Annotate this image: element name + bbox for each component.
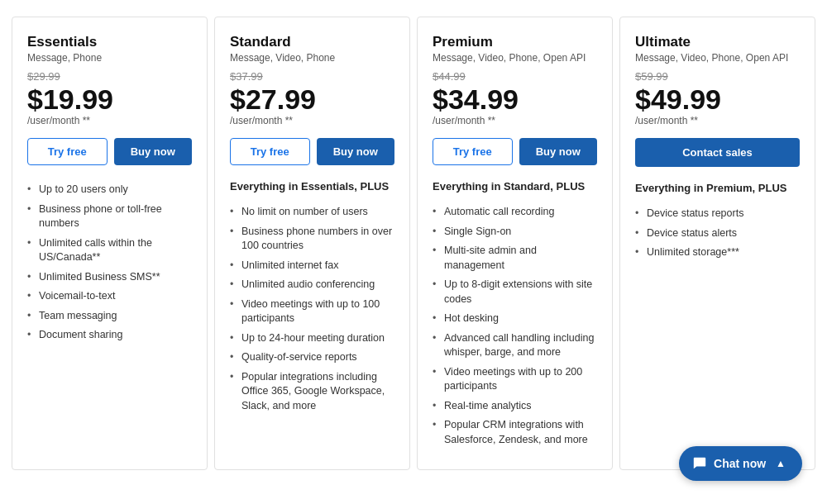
- feature-item: Popular CRM integrations with Salesforce…: [433, 416, 597, 449]
- feature-item: Unlimited internet fax: [230, 256, 394, 276]
- price-unit-premium: /user/month **: [433, 115, 597, 126]
- feature-item: Up to 8-digit extensions with site codes: [433, 275, 597, 309]
- plan-card-premium: Premium Message, Video, Phone, Open API …: [417, 17, 613, 470]
- price-original-premium: $44.99: [433, 70, 597, 83]
- feature-list-ultimate: Device status reportsDevice status alert…: [635, 204, 800, 263]
- contact-sales-button[interactable]: Contact sales: [635, 138, 800, 167]
- feature-item: Voicemail-to-text: [27, 287, 192, 307]
- feature-item: Unlimited storage***: [635, 243, 800, 263]
- price-unit-essentials: /user/month **: [27, 115, 192, 126]
- buy-now-button-premium[interactable]: Buy now: [519, 138, 598, 165]
- price-current-standard: $27.99: [230, 84, 394, 115]
- feature-item: Hot desking: [433, 309, 597, 329]
- price-unit-ultimate: /user/month **: [635, 115, 800, 126]
- feature-item: Device status reports: [635, 204, 800, 224]
- try-free-button-premium[interactable]: Try free: [433, 138, 513, 165]
- btn-row-essentials: Try free Buy now: [27, 138, 192, 165]
- price-unit-standard: /user/month **: [230, 115, 394, 126]
- plan-tagline-standard: Message, Video, Phone: [230, 52, 394, 64]
- feature-item: Automatic call recording: [433, 202, 597, 222]
- try-free-button-essentials[interactable]: Try free: [27, 138, 108, 165]
- price-original-essentials: $29.99: [27, 70, 192, 83]
- feature-list-essentials: Up to 20 users onlyBusiness phone or tol…: [27, 180, 192, 345]
- feature-item: Up to 24-hour meeting duration: [230, 329, 394, 349]
- btn-row-premium: Try free Buy now: [433, 138, 597, 165]
- plan-name-essentials: Essentials: [27, 34, 192, 50]
- pricing-page: Essentials Message, Phone $29.99 $19.99 …: [0, 0, 827, 504]
- feature-item: Unlimited Business SMS**: [27, 268, 192, 288]
- chat-button-label: Chat now: [714, 457, 766, 470]
- plan-name-ultimate: Ultimate: [635, 34, 800, 50]
- chat-now-button[interactable]: Chat now ▲: [679, 446, 802, 481]
- buy-now-button-essentials[interactable]: Buy now: [114, 138, 193, 165]
- feature-item: Real-time analytics: [433, 397, 597, 416]
- feature-item: Unlimited calls within the US/Canada**: [27, 234, 192, 268]
- feature-item: Multi-site admin and management: [433, 241, 597, 275]
- plan-card-ultimate: Ultimate Message, Video, Phone, Open API…: [619, 17, 815, 470]
- plan-tagline-premium: Message, Video, Phone, Open API: [433, 52, 597, 64]
- feature-item: No limit on number of users: [230, 202, 394, 222]
- feature-item: Up to 20 users only: [27, 180, 192, 200]
- plan-card-essentials: Essentials Message, Phone $29.99 $19.99 …: [12, 17, 208, 470]
- feature-item: Unlimited audio conferencing: [230, 275, 394, 295]
- feature-item: Video meetings with up to 100 participan…: [230, 295, 394, 329]
- chat-icon: [692, 456, 707, 471]
- plan-name-standard: Standard: [230, 34, 394, 50]
- price-current-premium: $34.99: [433, 84, 597, 115]
- plan-name-premium: Premium: [433, 34, 597, 50]
- price-current-essentials: $19.99: [27, 84, 192, 115]
- feature-item: Team messaging: [27, 307, 192, 326]
- feature-item: Popular integrations including Office 36…: [230, 368, 394, 416]
- feature-item: Device status alerts: [635, 224, 800, 244]
- plan-divider-ultimate: Everything in Premium, PLUS: [635, 182, 800, 194]
- feature-item: Video meetings with up to 200 participan…: [433, 363, 597, 397]
- feature-item: Single Sign-on: [433, 222, 597, 242]
- price-original-standard: $37.99: [230, 70, 394, 83]
- feature-item: Business phone numbers in over 100 count…: [230, 222, 394, 256]
- price-current-ultimate: $49.99: [635, 84, 800, 115]
- chevron-up-icon: ▲: [776, 458, 786, 469]
- plan-divider-premium: Everything in Standard, PLUS: [433, 180, 597, 193]
- feature-list-premium: Automatic call recordingSingle Sign-onMu…: [433, 202, 597, 449]
- feature-item: Advanced call handling including whisper…: [433, 329, 597, 363]
- feature-item: Quality-of-service reports: [230, 348, 394, 368]
- pricing-grid: Essentials Message, Phone $29.99 $19.99 …: [8, 17, 819, 470]
- feature-list-standard: No limit on number of usersBusiness phon…: [230, 202, 394, 416]
- plan-tagline-essentials: Message, Phone: [27, 52, 192, 64]
- plan-card-standard: Standard Message, Video, Phone $37.99 $2…: [214, 17, 410, 470]
- feature-item: Business phone or toll-free numbers: [27, 200, 192, 234]
- plan-divider-standard: Everything in Essentials, PLUS: [230, 180, 394, 193]
- btn-row-standard: Try free Buy now: [230, 138, 394, 165]
- feature-item: Document sharing: [27, 326, 192, 345]
- price-original-ultimate: $59.99: [635, 70, 800, 83]
- try-free-button-standard[interactable]: Try free: [230, 138, 310, 165]
- plan-tagline-ultimate: Message, Video, Phone, Open API: [635, 52, 800, 64]
- buy-now-button-standard[interactable]: Buy now: [317, 138, 395, 165]
- btn-row-ultimate: Contact sales: [635, 138, 800, 167]
